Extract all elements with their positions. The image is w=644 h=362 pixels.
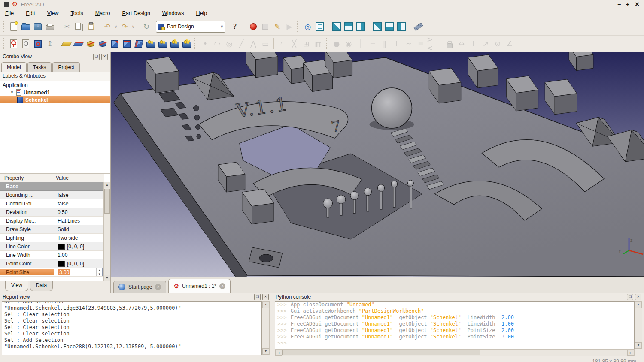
report-view-log[interactable]: Sel : Add Selection"Unnamed1.Schenkel.Ed… — [2, 301, 262, 355]
mdi-tab-unnamed1-1[interactable]: ⚙Unnamed1 : 1*✕ — [168, 279, 231, 293]
fillet-icon[interactable] — [109, 38, 121, 50]
color-swatch[interactable] — [58, 261, 65, 267]
menu-macro[interactable]: Macro — [95, 10, 110, 16]
minimize-button[interactable]: − — [617, 1, 621, 8]
redo-dropdown-icon[interactable]: ∨ — [131, 21, 136, 33]
property-group-base[interactable]: Base — [0, 182, 104, 191]
property-row-point-size[interactable]: Point Size3.00▲▼ — [0, 268, 104, 277]
scroll-down-icon[interactable]: ▼ — [262, 348, 269, 355]
property-row-line-width[interactable]: Line Width1.00 — [0, 251, 104, 259]
property-name[interactable]: Line Width — [0, 252, 54, 258]
sketch-circle-icon[interactable]: ◎ — [223, 38, 235, 50]
color-swatch[interactable] — [58, 244, 65, 250]
constraint-perpendicular-icon[interactable]: ⊥ — [391, 38, 403, 50]
scroll-right-icon[interactable]: ▸ — [627, 350, 634, 356]
menu-windows[interactable]: Windows — [162, 10, 184, 16]
draft-icon[interactable] — [133, 38, 145, 50]
property-row-point-color[interactable]: Point Color[0, 0, 0] — [0, 259, 104, 268]
constraint-coincident-icon[interactable]: ● — [331, 38, 343, 50]
dock-close-button[interactable]: ✕ — [262, 294, 269, 300]
view-front-icon[interactable] — [331, 21, 343, 33]
macro-edit-icon[interactable]: ✎ — [271, 21, 283, 33]
polar-pattern-icon[interactable] — [169, 38, 181, 50]
window-menu-icon[interactable] — [4, 2, 9, 7]
property-value[interactable]: false — [54, 201, 104, 207]
view-left-icon[interactable] — [395, 21, 407, 33]
property-value[interactable]: Flat Lines — [54, 218, 104, 224]
property-value[interactable]: Two side — [54, 235, 104, 241]
constraint-horizontal-icon[interactable]: ─ — [367, 38, 379, 50]
menu-tools[interactable]: Tools — [71, 10, 83, 16]
property-row-control-poi[interactable]: Control Poi...false — [0, 199, 104, 208]
dock-close-button[interactable]: ✕ — [635, 294, 641, 300]
sketch-point-icon[interactable]: • — [199, 38, 211, 50]
property-row-deviation[interactable]: Deviation0.50 — [0, 208, 104, 217]
constraint-lock-icon[interactable] — [444, 38, 456, 50]
constraint-vertical-distance-icon[interactable]: I — [468, 38, 480, 50]
view-bottom-icon[interactable] — [383, 21, 395, 33]
property-name[interactable]: Lighting — [0, 235, 54, 241]
point-size-spinbox[interactable]: 3.00▲▼ — [58, 268, 103, 276]
property-name[interactable]: Control Poi... — [0, 201, 54, 207]
workbench-selector[interactable]: Part Design∨ — [156, 21, 225, 33]
tab-close-icon[interactable]: ✕ — [219, 283, 225, 289]
paste-icon[interactable] — [85, 21, 97, 33]
tab-tasks[interactable]: Tasks — [27, 62, 52, 72]
print-icon[interactable] — [44, 21, 56, 33]
macro-record-icon[interactable] — [247, 21, 259, 33]
property-name[interactable]: Point Size — [0, 269, 54, 275]
pocket-icon[interactable] — [73, 38, 85, 50]
toolbar-grip[interactable] — [194, 38, 197, 49]
python-console-vscrollbar[interactable]: ▲ ▼ — [635, 301, 642, 349]
macro-execute-icon[interactable]: ▶ — [283, 21, 295, 33]
scroll-thumb[interactable] — [282, 350, 480, 355]
sketch-external-geometry-icon[interactable]: ⊞ — [300, 38, 312, 50]
expander-icon[interactable]: ▼ — [10, 90, 14, 94]
spin-up-icon[interactable]: ▲ — [97, 268, 102, 272]
property-scrollbar[interactable]: ▲ ▼ — [103, 182, 110, 281]
groove-icon[interactable] — [97, 38, 109, 50]
property-value[interactable]: false — [54, 192, 104, 198]
python-console-hscrollbar[interactable]: ◂ ▸ — [275, 349, 635, 356]
scroll-thumb[interactable] — [104, 189, 110, 214]
property-row-lighting[interactable]: LightingTwo side — [0, 234, 104, 242]
sketch-polyline-icon[interactable]: ⋀ — [247, 38, 259, 50]
property-name[interactable]: Deviation — [0, 209, 54, 215]
map-sketch-icon[interactable] — [32, 38, 44, 50]
undo-dropdown-icon[interactable]: ∨ — [113, 21, 118, 33]
constraint-equal-icon[interactable]: = — [415, 38, 427, 50]
value-column-header[interactable]: Value — [52, 174, 104, 182]
toolbar-grip[interactable] — [3, 38, 6, 49]
property-value[interactable]: [0, 0, 0] — [54, 244, 104, 250]
menu-part-design[interactable]: Part Design — [122, 10, 150, 16]
tab-project[interactable]: Project — [52, 62, 79, 72]
constraint-vertical-icon[interactable]: │ — [355, 38, 367, 50]
menu-file[interactable]: File — [5, 10, 14, 16]
spin-down-icon[interactable]: ▼ — [97, 272, 102, 276]
open-document-icon[interactable] — [20, 21, 32, 33]
constraint-point-on-object-icon[interactable]: ◉ — [343, 38, 355, 50]
sketch-arc-icon[interactable]: ◠ — [211, 38, 223, 50]
property-value[interactable]: 0.50 — [54, 209, 104, 215]
constraint-symmetric-icon[interactable]: >< — [427, 38, 439, 50]
view-axonometric-icon[interactable] — [314, 21, 326, 33]
property-name[interactable]: Display Mo... — [0, 218, 54, 224]
property-column-header[interactable]: Property — [0, 174, 52, 182]
property-row-bounding[interactable]: Bounding ...false — [0, 191, 104, 199]
maximize-button[interactable]: + — [626, 1, 629, 8]
constraint-horizontal-distance-icon[interactable]: ↔ — [456, 38, 468, 50]
sketch-line-icon[interactable]: ╱ — [235, 38, 247, 50]
property-row-line-color[interactable]: Line Color[0, 0, 0] — [0, 242, 104, 251]
revolution-icon[interactable] — [85, 38, 97, 50]
property-name[interactable]: Point Color — [0, 261, 54, 267]
toolbar-grip[interactable] — [3, 21, 6, 32]
dock-close-button[interactable]: ✕ — [101, 54, 108, 60]
cut-icon[interactable]: ✂ — [61, 21, 73, 33]
property-value[interactable]: 1.00 — [54, 252, 104, 258]
toolbar-grip[interactable] — [297, 21, 300, 32]
python-console-log[interactable]: >>>App closeDocument "Unnamed">>>Gui act… — [275, 301, 635, 349]
constraint-parallel-icon[interactable]: ∥ — [379, 38, 391, 50]
dock-float-button[interactable]: ❏ — [627, 294, 633, 300]
new-sketch-icon[interactable] — [8, 38, 20, 50]
dock-float-button[interactable]: ❏ — [254, 294, 261, 300]
